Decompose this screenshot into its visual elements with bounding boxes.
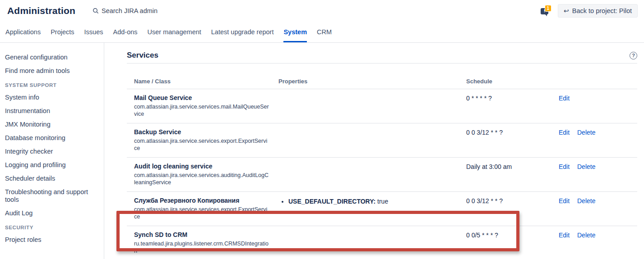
service-schedule-cell: 0 0 3/12 * * ?: [466, 123, 555, 158]
notification-count-badge: 1: [545, 5, 552, 12]
column-header-properties: Properties: [278, 77, 466, 89]
schedule-value: 0 * * * * ?: [466, 94, 551, 102]
sidebar-item-troubleshooting-and-support-tools[interactable]: Troubleshooting and support tools: [5, 188, 98, 204]
service-name-cell: Служба Резервного Копированияcom.atlassi…: [127, 192, 278, 226]
tab-projects[interactable]: Projects: [46, 22, 79, 42]
services-table-body: Mail Queue Servicecom.atlassian.jira.ser…: [127, 89, 637, 259]
sidebar-item-logging-and-profiling[interactable]: Logging and profiling: [5, 161, 98, 169]
admin-search: [93, 7, 201, 14]
service-edit-cell: Edit: [555, 226, 577, 259]
sidebar-section-header-system-support: SYSTEM SUPPORT: [5, 82, 98, 88]
service-edit-cell: Edit: [555, 89, 577, 123]
body-row: General configurationFind more admin too…: [0, 43, 644, 259]
tab-add-ons[interactable]: Add-ons: [108, 22, 143, 42]
property-item: USE_DEFAULT_DIRECTORY: true: [288, 198, 463, 205]
service-row-audit-log-cleaning-service: Audit log cleaning servicecom.atlassian.…: [127, 158, 637, 192]
service-delete-cell: Delete: [577, 123, 637, 158]
tab-latest-upgrade-report[interactable]: Latest upgrade report: [206, 22, 279, 42]
service-name: Mail Queue Service: [134, 94, 275, 102]
sidebar-item-scheduler-details[interactable]: Scheduler details: [5, 175, 98, 182]
service-edit-cell: Edit: [555, 158, 577, 192]
schedule-value: 0 0 3/12 * * ?: [466, 197, 551, 205]
service-delete-cell: [577, 89, 637, 123]
column-header-schedule: Schedule: [466, 77, 555, 89]
properties-list: USE_DEFAULT_DIRECTORY: true: [278, 198, 463, 205]
service-row-mail-queue-service: Mail Queue Servicecom.atlassian.jira.ser…: [127, 89, 637, 123]
edit-link[interactable]: Edit: [559, 129, 570, 136]
service-delete-cell: Delete: [577, 226, 637, 259]
edit-link[interactable]: Edit: [559, 163, 570, 170]
service-properties-cell: [278, 123, 466, 158]
edit-link[interactable]: Edit: [559, 232, 570, 239]
service-name: Synch SD to CRM: [134, 231, 275, 239]
back-to-project-button[interactable]: ↩ Back to project: Pilot: [558, 4, 638, 18]
main-content: Services ? Name / Class Properties Sched…: [104, 43, 644, 259]
service-schedule-cell: 0 * * * * ?: [466, 89, 555, 123]
service-edit-cell: Edit: [555, 123, 577, 158]
sidebar-item-project-roles[interactable]: Project roles: [5, 236, 98, 244]
service-schedule-cell: Daily at 3:00 am: [466, 158, 555, 192]
service-class: com.atlassian.jira.service.services.expo…: [134, 206, 269, 220]
app-header: Administration ! 1 ↩ Back to project: Pi…: [0, 0, 644, 22]
section-title: Services: [127, 51, 158, 60]
service-properties-cell: [278, 89, 466, 123]
service-row-backup-service: Backup Servicecom.atlassian.jira.service…: [127, 123, 637, 158]
service-class: com.atlassian.jira.service.services.mail…: [134, 104, 269, 118]
service-name-cell: Mail Queue Servicecom.atlassian.jira.ser…: [127, 89, 278, 123]
service-schedule-cell: 0 0 3/12 * * ?: [466, 192, 555, 226]
schedule-value: 0 0 3/12 * * ?: [466, 128, 551, 136]
delete-link[interactable]: Delete: [577, 197, 595, 204]
section-divider: [127, 63, 637, 64]
schedule-value: Daily at 3:00 am: [466, 163, 551, 171]
column-header-delete: [577, 77, 637, 89]
service-name: Backup Service: [134, 128, 275, 136]
service-name: Служба Резервного Копирования: [134, 197, 275, 204]
sidebar-item-instrumentation[interactable]: Instrumentation: [5, 107, 98, 115]
sidebar-item-jmx-monitoring[interactable]: JMX Monitoring: [5, 121, 98, 128]
admin-nav-tabs: ApplicationsProjectsIssuesAdd-onsUser ma…: [0, 22, 644, 43]
service-row-synch-sd-to-crm: Synch SD to CRMru.teamlead.jira.plugins.…: [127, 226, 637, 259]
table-header-row: Name / Class Properties Schedule: [127, 77, 637, 89]
search-icon: [93, 8, 99, 14]
service-name-cell: Audit log cleaning servicecom.atlassian.…: [127, 158, 278, 192]
edit-link[interactable]: Edit: [559, 197, 570, 204]
service-row-: Служба Резервного Копированияcom.atlassi…: [127, 192, 637, 226]
tab-crm[interactable]: CRM: [312, 22, 337, 42]
admin-sidebar: General configurationFind more admin too…: [0, 43, 104, 259]
sidebar-section-header-security: SECURITY: [5, 225, 98, 230]
service-delete-cell: Delete: [577, 192, 637, 226]
return-arrow-icon: ↩: [564, 7, 569, 14]
sidebar-item-database-monitoring[interactable]: Database monitoring: [5, 134, 98, 142]
delete-link[interactable]: Delete: [577, 232, 595, 239]
service-class: com.atlassian.jira.service.services.audi…: [134, 172, 269, 186]
service-properties-cell: [278, 158, 466, 192]
edit-link[interactable]: Edit: [559, 95, 570, 102]
main-header: Services ?: [127, 51, 637, 60]
service-delete-cell: Delete: [577, 158, 637, 192]
sidebar-item-general-configuration[interactable]: General configuration: [5, 54, 98, 61]
tab-issues[interactable]: Issues: [79, 22, 108, 42]
sidebar-item-audit-log[interactable]: Audit Log: [5, 209, 98, 217]
delete-link[interactable]: Delete: [577, 129, 595, 136]
tab-user-management[interactable]: User management: [143, 22, 206, 42]
delete-link[interactable]: Delete: [577, 163, 595, 170]
tab-applications[interactable]: Applications: [0, 22, 46, 42]
service-name: Audit log cleaning service: [134, 163, 275, 170]
service-edit-cell: Edit: [555, 192, 577, 226]
sidebar-item-system-info[interactable]: System info: [5, 94, 98, 101]
service-name-cell: Backup Servicecom.atlassian.jira.service…: [127, 123, 278, 158]
sidebar-item-find-more-admin-tools[interactable]: Find more admin tools: [5, 67, 98, 75]
property-key: USE_DEFAULT_DIRECTORY:: [288, 198, 375, 205]
service-class: com.atlassian.jira.service.services.expo…: [134, 138, 269, 152]
schedule-value: 0 0/5 * * * ?: [466, 231, 551, 239]
page-title: Administration: [7, 5, 75, 16]
help-icon[interactable]: ?: [630, 52, 637, 59]
tab-system[interactable]: System: [278, 22, 312, 42]
sidebar-item-integrity-checker[interactable]: Integrity checker: [5, 148, 98, 155]
services-table: Name / Class Properties Schedule Mail Qu…: [127, 77, 637, 259]
service-properties-cell: [278, 226, 466, 259]
search-input[interactable]: [102, 7, 201, 14]
column-header-name-class: Name / Class: [127, 77, 278, 89]
notifications-icon[interactable]: ! 1: [541, 6, 551, 15]
service-class: ru.teamlead.jira.plugins.listener.crm.CR…: [134, 241, 269, 254]
